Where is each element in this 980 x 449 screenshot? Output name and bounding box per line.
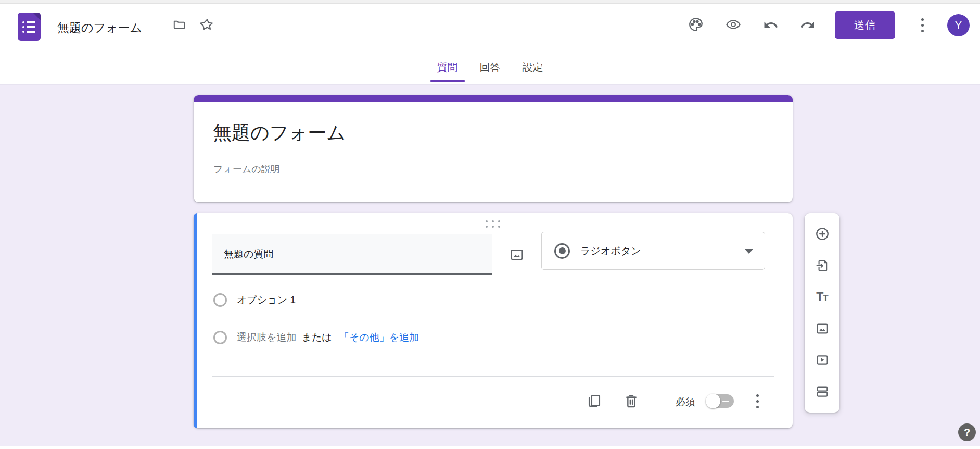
option-row: オプション 1 [213,293,296,307]
radio-circle-icon [213,293,227,307]
undo-icon [763,17,779,33]
chevron-down-icon [745,249,753,254]
preview-eye-icon [726,17,741,32]
add-image-icon [815,321,830,336]
tab-label: 質問 [437,60,458,74]
floating-toolbar: TT [805,213,839,413]
add-title-icon: TT [816,290,828,304]
add-other-link[interactable]: 「その他」を追加 [339,331,419,344]
add-title-button[interactable]: TT [814,289,830,305]
undo-button[interactable] [763,17,779,33]
question-card: 無題の質問 ラジオボタン オプション 1 選択肢を追加 または 「その他」を追加 [194,213,793,428]
kebab-menu-icon [756,394,759,408]
star-icon [200,17,214,32]
drag-handle[interactable] [486,220,500,228]
palette-icon [688,17,704,32]
active-question-edge [194,213,197,428]
tab-label: 回答 [480,60,501,74]
add-video-icon [815,353,830,367]
tab-label: 設定 [523,60,543,74]
question-type-dropdown[interactable]: ラジオボタン [541,232,765,270]
required-toggle[interactable] [707,394,734,408]
page-bottom-strip [0,446,980,449]
theme-color-bar [194,95,793,102]
add-image-button[interactable] [814,321,830,336]
window-top-strip [0,0,980,4]
folder-icon [172,18,186,31]
avatar[interactable]: Y [947,14,970,36]
add-section-icon [815,384,830,399]
theme-button[interactable] [688,17,704,32]
add-option-text[interactable]: 選択肢を追加 [237,331,296,344]
forms-logo[interactable] [18,13,41,41]
question-add-image-button[interactable] [506,244,528,266]
import-questions-button[interactable] [814,258,830,273]
footer-vertical-divider [663,390,663,413]
toggle-thumb [706,394,720,408]
form-title-field[interactable]: 無題のフォーム [57,20,142,36]
help-button[interactable]: ? [958,423,976,441]
delete-question-button[interactable] [620,390,642,412]
tab-bar: 質問 回答 設定 [0,50,980,85]
kebab-menu-icon [921,18,924,32]
tab-questions[interactable]: 質問 [436,50,459,85]
star-button[interactable] [200,17,214,32]
form-header-card: 無題のフォーム フォームの説明 [194,95,793,202]
form-title-input[interactable]: 無題のフォーム [213,120,346,146]
tab-responses[interactable]: 回答 [479,50,502,85]
trash-icon [623,393,640,409]
redo-button[interactable] [800,17,816,33]
tab-settings[interactable]: 設定 [521,50,544,85]
add-option-connector: または [301,331,332,344]
add-option-row: 選択肢を追加 または 「その他」を追加 [213,331,419,344]
redo-icon [800,17,816,33]
send-button[interactable]: 送信 [835,11,895,39]
question-more-button[interactable] [746,390,768,412]
toggle-track-dash [722,401,729,402]
import-questions-icon [815,258,830,273]
radio-circle-icon [213,331,227,344]
duplicate-icon [585,392,603,410]
logo-fold [33,13,41,20]
add-question-button[interactable] [814,226,830,242]
question-title-input[interactable]: 無題の質問 [212,234,492,275]
logo-line [22,21,35,23]
active-tab-indicator [430,80,465,82]
add-question-icon [814,226,830,242]
logo-line [22,31,35,33]
card-footer-divider [212,376,774,377]
option-label[interactable]: オプション 1 [237,293,296,307]
form-description-input[interactable]: フォームの説明 [213,163,280,176]
add-video-button[interactable] [814,352,830,368]
image-icon [509,247,525,263]
app-header: 無題のフォーム [0,4,980,85]
move-folder-button[interactable] [172,18,186,31]
preview-button[interactable] [726,17,741,32]
google-forms-editor: 無題のフォーム [0,0,980,449]
radio-button-icon [554,243,570,259]
question-type-label: ラジオボタン [580,244,641,258]
add-section-button[interactable] [814,384,830,400]
header-more-button[interactable] [915,16,930,34]
logo-line [22,26,35,28]
required-label: 必須 [676,395,695,409]
duplicate-question-button[interactable] [583,390,605,412]
